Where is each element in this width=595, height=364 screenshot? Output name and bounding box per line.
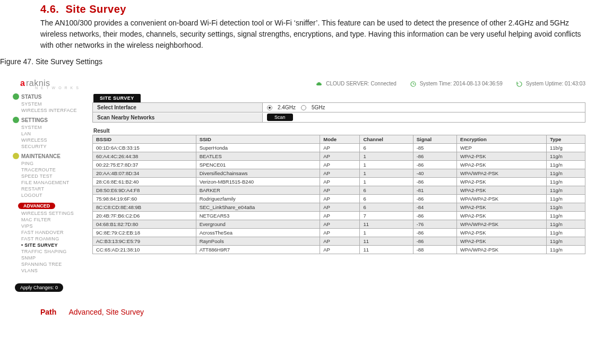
- cell: 1: [360, 161, 413, 169]
- cell: 11b/g: [546, 144, 585, 152]
- uptime-label: System Uptime:: [526, 81, 564, 86]
- cell: -86: [413, 161, 456, 169]
- cell: 6: [360, 203, 413, 212]
- table-row: 60:A4:4C:26:44:38BEATLESAP1-86WPA2-PSK11…: [93, 152, 585, 161]
- sidebar-item[interactable]: VIPS: [21, 223, 92, 229]
- cell: 11g/n: [546, 203, 585, 212]
- sidebar-item[interactable]: LOGOUT: [21, 192, 92, 198]
- cell: -86: [413, 195, 456, 203]
- cell: -85: [413, 144, 456, 152]
- cell: -40: [413, 169, 456, 178]
- select-interface-label: Select Interface: [93, 103, 263, 112]
- cloud-value: Connected: [371, 81, 396, 86]
- sidebar-item[interactable]: TRAFFIC SHAPING: [21, 248, 92, 255]
- cell: BARKER: [196, 186, 320, 195]
- path-label: Path: [40, 308, 56, 316]
- cell: AP: [320, 186, 360, 195]
- cell: DiversifiedChainsaws: [196, 169, 320, 178]
- cell: D8:50:E6:9D:A4:F8: [93, 186, 196, 195]
- cell: ATT886H9R7: [196, 246, 320, 254]
- sidebar-item[interactable]: FAST HANDOVER: [21, 229, 92, 236]
- sidebar-item[interactable]: SYSTEM: [21, 124, 92, 131]
- sidebar-head-maintenance[interactable]: MAINTENANCE: [21, 153, 61, 159]
- section-title: Site Survey: [65, 3, 126, 15]
- cell: AP: [320, 203, 360, 212]
- cell: 00:22:75:E7:8D:37: [93, 161, 196, 169]
- cloud-status: CLOUD SERVER: Connected: [316, 81, 396, 86]
- sidebar-item[interactable]: SECURITY: [21, 143, 92, 150]
- cell: 1: [360, 229, 413, 237]
- sidebar-item[interactable]: TRACEROUTE: [21, 167, 92, 173]
- cell: 11g/n: [546, 246, 585, 254]
- cell: AP: [320, 212, 360, 220]
- radio-24ghz[interactable]: [267, 105, 272, 110]
- cell: 11g/n: [546, 237, 585, 246]
- cell: -86: [413, 212, 456, 220]
- cell: AP: [320, 246, 360, 254]
- refresh-icon: [516, 81, 522, 87]
- cell: AP: [320, 237, 360, 246]
- sidebar-item[interactable]: WIRELESS INTERFACE: [21, 107, 92, 114]
- cell: AP: [320, 220, 360, 229]
- cell: BEATLES: [196, 152, 320, 161]
- cell: 11g/n: [546, 161, 585, 169]
- table-row: 20:AA:4B:07:8D:34DiversifiedChainsawsAP1…: [93, 169, 585, 178]
- cell: 20:AA:4B:07:8D:34: [93, 169, 196, 178]
- sidebar-item[interactable]: LAN: [21, 131, 92, 137]
- cell: 11: [360, 246, 413, 254]
- sidebar-head-status[interactable]: STATUS: [21, 94, 42, 100]
- cell: 11g/n: [546, 178, 585, 186]
- sidebar-item[interactable]: RESTART: [21, 186, 92, 192]
- sidebar-item[interactable]: SITE SURVEY: [21, 242, 92, 248]
- cell: AP: [320, 161, 360, 169]
- sidebar-item[interactable]: SPANNING TREE: [21, 261, 92, 267]
- cell: 6: [360, 195, 413, 203]
- sidebar-item[interactable]: MAC FILTER: [21, 216, 92, 223]
- table-row: 04:68:B1:82:7D:80EvergroundAP11-76WPA/WP…: [93, 220, 585, 229]
- systime-label: System Time:: [420, 81, 452, 86]
- sidebar-item[interactable]: WIRELESS: [21, 137, 92, 143]
- cell: 8C:C8:CD:8E:48:9B: [93, 203, 196, 212]
- sidebar-head-advanced[interactable]: ADVANCED: [18, 203, 55, 209]
- cell: WPA2-PSK: [457, 203, 547, 212]
- uptime-value: 01:43:03: [565, 81, 585, 86]
- results-table: BSSIDSSIDModeChannelSignalEncryptionType…: [92, 135, 585, 254]
- sidebar-item[interactable]: SPEED TEST: [21, 173, 92, 179]
- cloud-icon: [316, 82, 322, 87]
- systime-value: 2014-08-13 04:36:59: [453, 81, 503, 86]
- table-row: 00:1D:6A:CB:33:15SuperHondaAP6-85WEP11b/…: [93, 144, 585, 152]
- sidebar-item[interactable]: PING: [21, 160, 92, 167]
- cell: WPA/WPA2-PSK: [457, 169, 547, 178]
- cell: WPA2-PSK: [457, 161, 547, 169]
- sidebar-head-settings[interactable]: SETTINGS: [21, 117, 48, 123]
- cell: -86: [413, 237, 456, 246]
- cell: NETGEAR53: [196, 212, 320, 220]
- cell: -86: [413, 229, 456, 237]
- col-header: Mode: [320, 135, 360, 144]
- status-dot-icon: [13, 117, 19, 123]
- table-row: AC:B3:13:9C:E5:79RaynPoolsAP11-86WPA2-PS…: [93, 237, 585, 246]
- cell: SuperHonda: [196, 144, 320, 152]
- cell: -88: [413, 246, 456, 254]
- sidebar-item[interactable]: SYSTEM: [21, 101, 92, 107]
- system-uptime: System Uptime: 01:43:03: [516, 81, 585, 87]
- sidebar-item[interactable]: FAST ROAMING: [21, 236, 92, 242]
- table-row: 00:22:75:E7:8D:37SPENCE01AP1-86WPA2-PSK1…: [93, 161, 585, 169]
- scan-button[interactable]: Scan: [267, 114, 293, 121]
- cell: AP: [320, 169, 360, 178]
- section-body: The AN100/300 provides a convenient on-b…: [40, 18, 590, 51]
- result-label: Result: [93, 128, 585, 134]
- col-header: BSSID: [93, 135, 196, 144]
- screenshot-frame: araknis N E T W O R K S CLOUD SERVER: Co…: [13, 75, 590, 292]
- sidebar-item[interactable]: FILE MANAGEMENT: [21, 179, 92, 186]
- sidebar-item[interactable]: VLANS: [21, 267, 92, 274]
- apply-changes-button[interactable]: Apply Changes: 0: [15, 283, 63, 292]
- radio-24ghz-label: 2.4GHz: [278, 105, 296, 110]
- sidebar-item[interactable]: SNMP: [21, 255, 92, 261]
- sidebar-item[interactable]: WIRELESS SETTINGS: [21, 210, 92, 216]
- settings-box: Select Interface 2.4GHz 5GHz Scan Nearby…: [92, 102, 585, 123]
- status-dot-icon: [13, 153, 19, 159]
- table-row: 28:C6:8E:61:B2:40Verizon-MBR1515-B240AP1…: [93, 178, 585, 186]
- col-header: Type: [546, 135, 585, 144]
- radio-5ghz[interactable]: [301, 105, 306, 110]
